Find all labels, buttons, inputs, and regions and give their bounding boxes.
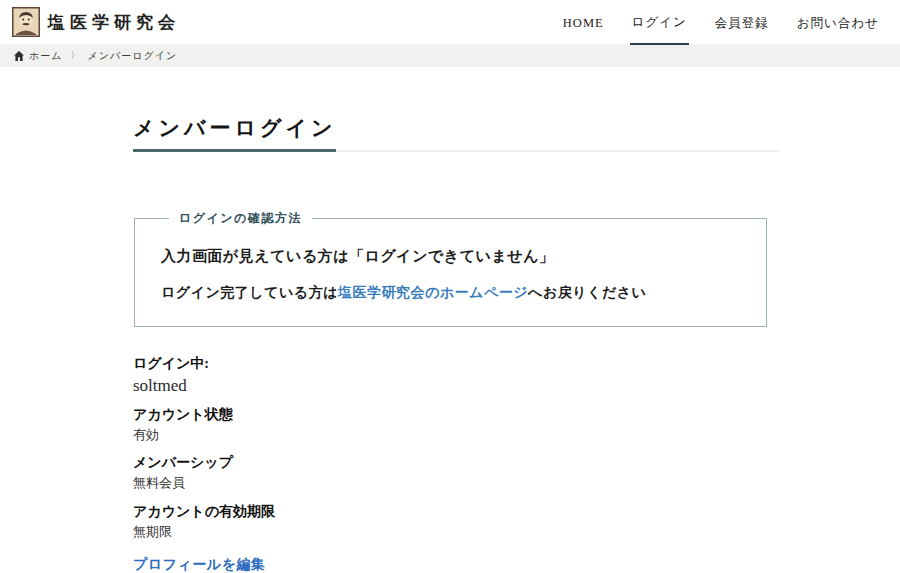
edit-profile-link[interactable]: プロフィールを編集 xyxy=(133,556,780,573)
account-field-label: ログイン中: xyxy=(133,353,780,374)
notice-legend: ログインの確認方法 xyxy=(169,210,312,227)
homepage-link[interactable]: 塩医学研究会のホームページ xyxy=(338,285,528,300)
page-title-block: メンバーログイン xyxy=(133,118,780,152)
nav-item-register[interactable]: 会員登録 xyxy=(713,0,771,44)
account-username: soltmed xyxy=(133,374,780,398)
login-check-notice-box: ログインの確認方法 入力画面が見えている方は「ログインできていません」 ログイン… xyxy=(134,210,767,327)
breadcrumb-current: メンバーログイン xyxy=(87,49,177,63)
nav-item-login[interactable]: ログイン xyxy=(630,0,689,45)
site-title[interactable]: 塩医学研究会 xyxy=(48,11,180,34)
account-info: ログイン中: soltmed アカウント状態 有効 メンバーシップ 無料会員 ア… xyxy=(133,353,780,573)
portrait-logo-icon xyxy=(12,7,40,37)
chevron-right-icon: 〉 xyxy=(70,49,79,62)
page-title: メンバーログイン xyxy=(133,118,336,152)
notice-line1: 入力画面が見えている方は「ログインできていません」 xyxy=(161,247,740,266)
account-field-value: 無期限 xyxy=(133,522,780,542)
account-field-value: 無料会員 xyxy=(133,473,780,493)
account-field-label: メンバーシップ xyxy=(133,452,780,473)
breadcrumb-home-link[interactable]: ホーム xyxy=(29,49,62,63)
account-field-label: アカウント状態 xyxy=(133,404,780,425)
nav-item-home[interactable]: HOME xyxy=(561,1,606,43)
notice-line2: ログイン完了している方は塩医学研究会のホームページへお戻りください xyxy=(161,284,740,302)
account-links: プロフィールを編集 ログアウト xyxy=(133,556,780,573)
site-logo[interactable] xyxy=(12,7,40,37)
main-nav: HOME ログイン 会員登録 お問い合わせ xyxy=(537,0,881,44)
main-content: メンバーログイン ログインの確認方法 入力画面が見えている方は「ログインできてい… xyxy=(0,67,900,573)
account-field-label: アカウントの有効期限 xyxy=(133,501,780,522)
home-icon xyxy=(14,51,24,61)
site-header: 塩医学研究会 HOME ログイン 会員登録 お問い合わせ xyxy=(0,0,900,44)
nav-item-contact[interactable]: お問い合わせ xyxy=(795,0,881,44)
notice-line2-prefix: ログイン完了している方は xyxy=(161,285,338,300)
breadcrumb: ホーム 〉 メンバーログイン xyxy=(0,44,900,67)
notice-line2-suffix: へお戻りください xyxy=(528,285,646,300)
account-field-value: 有効 xyxy=(133,425,780,445)
